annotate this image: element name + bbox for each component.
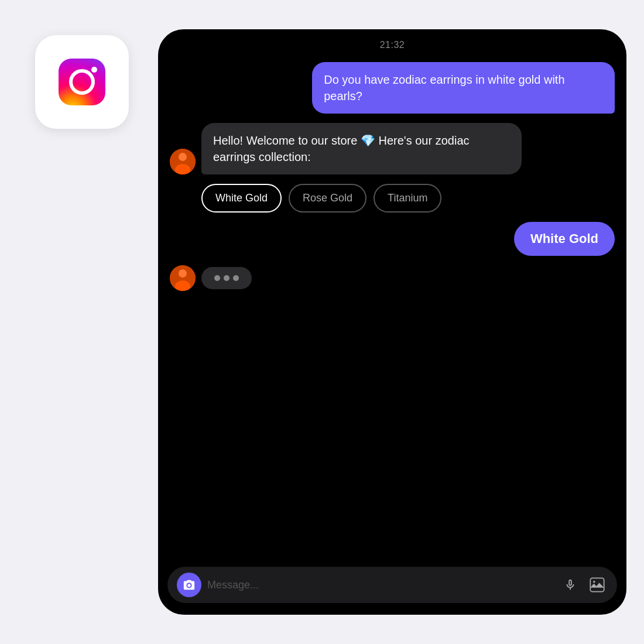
camera-icon <box>183 578 196 591</box>
user-message-1: Do you have zodiac earrings in white gol… <box>312 62 615 114</box>
svg-rect-0 <box>59 59 105 105</box>
bot-bubble-1: Hello! Welcome to our store 💎 Here's our… <box>201 123 522 174</box>
svg-point-11 <box>593 581 595 583</box>
typing-dot-1 <box>214 275 220 281</box>
svg-point-2 <box>91 67 97 73</box>
mic-icon <box>564 578 577 591</box>
phone-frame: 21:32 Do you have zodiac earrings in whi… <box>158 29 626 615</box>
messages-area: Do you have zodiac earrings in white gol… <box>158 56 626 561</box>
camera-button[interactable] <box>177 573 201 597</box>
page-container: 21:32 Do you have zodiac earrings in whi… <box>0 0 644 644</box>
user-reply-pill[interactable]: White Gold <box>514 222 615 256</box>
typing-bubble <box>201 267 252 289</box>
gallery-button[interactable] <box>587 574 608 595</box>
input-bar[interactable]: Message... <box>167 567 617 603</box>
svg-marker-10 <box>590 583 604 588</box>
mic-button[interactable] <box>560 574 581 595</box>
option-titanium[interactable]: Titanium <box>374 184 441 213</box>
typing-dot-2 <box>224 275 229 281</box>
typing-dot-3 <box>233 275 239 281</box>
status-time: 21:32 <box>380 40 405 50</box>
instagram-icon-wrapper <box>35 35 129 129</box>
svg-rect-9 <box>590 578 604 591</box>
avatar-figure <box>170 149 196 174</box>
svg-point-4 <box>179 153 187 161</box>
option-rose-gold[interactable]: Rose Gold <box>289 184 366 213</box>
typing-row <box>170 265 615 291</box>
option-white-gold[interactable]: White Gold <box>201 184 282 213</box>
options-row[interactable]: White Gold Rose Gold Titanium <box>170 184 615 213</box>
avatar-svg-2 <box>170 265 196 291</box>
phone-content: 21:32 Do you have zodiac earrings in whi… <box>158 29 626 615</box>
status-bar: 21:32 <box>158 29 626 56</box>
gallery-icon <box>589 577 605 593</box>
bot-message-row-1: Hello! Welcome to our store 💎 Here's our… <box>170 123 615 174</box>
svg-point-7 <box>179 269 187 278</box>
bot-avatar <box>170 149 196 174</box>
avatar-svg <box>170 149 196 174</box>
instagram-icon <box>56 56 108 108</box>
bot-avatar-2 <box>170 265 196 291</box>
message-input[interactable]: Message... <box>207 579 554 591</box>
